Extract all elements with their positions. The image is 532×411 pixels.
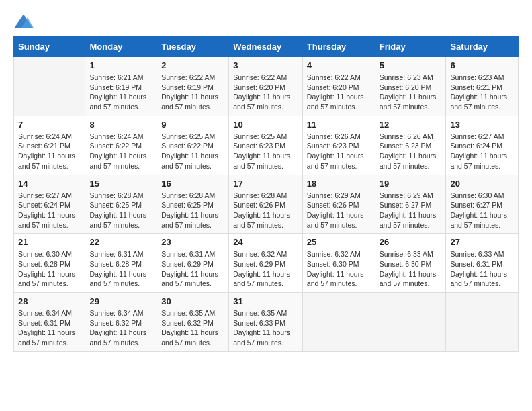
header-cell-friday: Friday (375, 37, 446, 57)
day-cell: 4Sunrise: 6:22 AM Sunset: 6:20 PM Daylig… (302, 57, 375, 116)
day-number: 11 (307, 120, 371, 130)
day-info: Sunrise: 6:22 AM Sunset: 6:20 PM Dayligh… (233, 73, 298, 112)
week-row-1: 1Sunrise: 6:21 AM Sunset: 6:19 PM Daylig… (14, 57, 519, 116)
header-row: SundayMondayTuesdayWednesdayThursdayFrid… (14, 37, 519, 57)
day-cell: 12Sunrise: 6:26 AM Sunset: 6:23 PM Dayli… (375, 116, 446, 175)
day-info: Sunrise: 6:21 AM Sunset: 6:19 PM Dayligh… (89, 73, 152, 112)
day-cell: 17Sunrise: 6:28 AM Sunset: 6:26 PM Dayli… (229, 175, 303, 234)
day-number: 5 (380, 60, 442, 71)
day-info: Sunrise: 6:24 AM Sunset: 6:22 PM Dayligh… (89, 132, 152, 171)
day-cell: 21Sunrise: 6:30 AM Sunset: 6:28 PM Dayli… (14, 234, 85, 293)
day-info: Sunrise: 6:25 AM Sunset: 6:22 PM Dayligh… (161, 132, 224, 171)
day-info: Sunrise: 6:33 AM Sunset: 6:30 PM Dayligh… (380, 249, 442, 289)
day-number: 6 (450, 60, 514, 71)
week-row-4: 21Sunrise: 6:30 AM Sunset: 6:28 PM Dayli… (14, 234, 519, 293)
header-cell-tuesday: Tuesday (157, 37, 229, 57)
day-cell: 20Sunrise: 6:30 AM Sunset: 6:27 PM Dayli… (446, 175, 519, 234)
day-cell: 18Sunrise: 6:29 AM Sunset: 6:26 PM Dayli… (302, 175, 375, 234)
day-cell: 16Sunrise: 6:28 AM Sunset: 6:25 PM Dayli… (157, 175, 229, 234)
day-cell (14, 57, 85, 116)
day-info: Sunrise: 6:22 AM Sunset: 6:19 PM Dayligh… (161, 73, 224, 112)
day-number: 23 (161, 237, 224, 247)
day-info: Sunrise: 6:28 AM Sunset: 6:25 PM Dayligh… (161, 191, 224, 230)
day-info: Sunrise: 6:32 AM Sunset: 6:29 PM Dayligh… (233, 249, 298, 289)
day-cell: 28Sunrise: 6:34 AM Sunset: 6:31 PM Dayli… (14, 293, 85, 352)
day-info: Sunrise: 6:35 AM Sunset: 6:32 PM Dayligh… (161, 308, 224, 348)
day-info: Sunrise: 6:27 AM Sunset: 6:24 PM Dayligh… (450, 132, 514, 171)
day-cell: 19Sunrise: 6:29 AM Sunset: 6:27 PM Dayli… (375, 175, 446, 234)
header-cell-saturday: Saturday (446, 37, 519, 57)
day-number: 30 (161, 296, 224, 306)
day-info: Sunrise: 6:34 AM Sunset: 6:32 PM Dayligh… (89, 308, 152, 348)
day-number: 22 (89, 237, 152, 247)
day-cell: 8Sunrise: 6:24 AM Sunset: 6:22 PM Daylig… (85, 116, 157, 175)
day-info: Sunrise: 6:23 AM Sunset: 6:21 PM Dayligh… (450, 73, 514, 112)
day-number: 16 (161, 179, 224, 189)
day-info: Sunrise: 6:29 AM Sunset: 6:27 PM Dayligh… (380, 191, 442, 230)
day-cell (302, 293, 375, 352)
day-cell: 5Sunrise: 6:23 AM Sunset: 6:20 PM Daylig… (375, 57, 446, 116)
logo-icon (13, 13, 34, 30)
day-cell: 3Sunrise: 6:22 AM Sunset: 6:20 PM Daylig… (229, 57, 303, 116)
day-info: Sunrise: 6:35 AM Sunset: 6:33 PM Dayligh… (233, 308, 298, 348)
day-cell: 23Sunrise: 6:31 AM Sunset: 6:29 PM Dayli… (157, 234, 229, 293)
day-number: 29 (89, 296, 152, 306)
day-number: 25 (307, 237, 371, 247)
calendar-body: 1Sunrise: 6:21 AM Sunset: 6:19 PM Daylig… (14, 57, 519, 352)
day-cell: 26Sunrise: 6:33 AM Sunset: 6:30 PM Dayli… (375, 234, 446, 293)
day-number: 13 (450, 120, 514, 130)
day-cell: 15Sunrise: 6:28 AM Sunset: 6:25 PM Dayli… (85, 175, 157, 234)
day-number: 8 (89, 120, 152, 130)
day-cell: 2Sunrise: 6:22 AM Sunset: 6:19 PM Daylig… (157, 57, 229, 116)
day-cell: 13Sunrise: 6:27 AM Sunset: 6:24 PM Dayli… (446, 116, 519, 175)
day-cell: 7Sunrise: 6:24 AM Sunset: 6:21 PM Daylig… (14, 116, 85, 175)
header-cell-thursday: Thursday (302, 37, 375, 57)
day-info: Sunrise: 6:22 AM Sunset: 6:20 PM Dayligh… (307, 73, 371, 112)
day-cell: 14Sunrise: 6:27 AM Sunset: 6:24 PM Dayli… (14, 175, 85, 234)
day-number: 20 (450, 179, 514, 189)
day-number: 24 (233, 237, 298, 247)
day-number: 28 (18, 296, 81, 306)
day-cell: 24Sunrise: 6:32 AM Sunset: 6:29 PM Dayli… (229, 234, 303, 293)
day-number: 10 (233, 120, 298, 130)
day-number: 31 (233, 296, 298, 306)
day-info: Sunrise: 6:26 AM Sunset: 6:23 PM Dayligh… (307, 132, 371, 171)
day-number: 21 (18, 237, 81, 247)
day-info: Sunrise: 6:32 AM Sunset: 6:30 PM Dayligh… (307, 249, 371, 289)
day-info: Sunrise: 6:28 AM Sunset: 6:26 PM Dayligh… (233, 191, 298, 230)
day-cell: 30Sunrise: 6:35 AM Sunset: 6:32 PM Dayli… (157, 293, 229, 352)
day-info: Sunrise: 6:30 AM Sunset: 6:27 PM Dayligh… (450, 191, 514, 230)
header-cell-monday: Monday (85, 37, 157, 57)
day-number: 19 (380, 179, 442, 189)
day-number: 14 (18, 179, 81, 189)
day-number: 18 (307, 179, 371, 189)
day-cell: 31Sunrise: 6:35 AM Sunset: 6:33 PM Dayli… (229, 293, 303, 352)
day-number: 3 (233, 60, 298, 71)
week-row-5: 28Sunrise: 6:34 AM Sunset: 6:31 PM Dayli… (14, 293, 519, 352)
day-cell: 27Sunrise: 6:33 AM Sunset: 6:31 PM Dayli… (446, 234, 519, 293)
day-number: 2 (161, 60, 224, 71)
day-number: 1 (89, 60, 152, 71)
header-cell-wednesday: Wednesday (229, 37, 303, 57)
day-cell: 29Sunrise: 6:34 AM Sunset: 6:32 PM Dayli… (85, 293, 157, 352)
week-row-3: 14Sunrise: 6:27 AM Sunset: 6:24 PM Dayli… (14, 175, 519, 234)
day-cell: 9Sunrise: 6:25 AM Sunset: 6:22 PM Daylig… (157, 116, 229, 175)
day-info: Sunrise: 6:27 AM Sunset: 6:24 PM Dayligh… (18, 191, 81, 230)
day-cell: 25Sunrise: 6:32 AM Sunset: 6:30 PM Dayli… (302, 234, 375, 293)
day-info: Sunrise: 6:28 AM Sunset: 6:25 PM Dayligh… (89, 191, 152, 230)
calendar-table: SundayMondayTuesdayWednesdayThursdayFrid… (13, 36, 519, 352)
day-info: Sunrise: 6:31 AM Sunset: 6:28 PM Dayligh… (89, 249, 152, 289)
day-cell: 10Sunrise: 6:25 AM Sunset: 6:23 PM Dayli… (229, 116, 303, 175)
day-info: Sunrise: 6:23 AM Sunset: 6:20 PM Dayligh… (380, 73, 442, 112)
day-number: 4 (307, 60, 371, 71)
day-cell: 6Sunrise: 6:23 AM Sunset: 6:21 PM Daylig… (446, 57, 519, 116)
day-number: 12 (380, 120, 442, 130)
logo (13, 13, 36, 30)
day-info: Sunrise: 6:26 AM Sunset: 6:23 PM Dayligh… (380, 132, 442, 171)
day-info: Sunrise: 6:33 AM Sunset: 6:31 PM Dayligh… (450, 249, 514, 289)
page-header (13, 13, 519, 30)
day-cell: 22Sunrise: 6:31 AM Sunset: 6:28 PM Dayli… (85, 234, 157, 293)
day-info: Sunrise: 6:31 AM Sunset: 6:29 PM Dayligh… (161, 249, 224, 289)
calendar-header: SundayMondayTuesdayWednesdayThursdayFrid… (14, 37, 519, 57)
day-cell: 1Sunrise: 6:21 AM Sunset: 6:19 PM Daylig… (85, 57, 157, 116)
